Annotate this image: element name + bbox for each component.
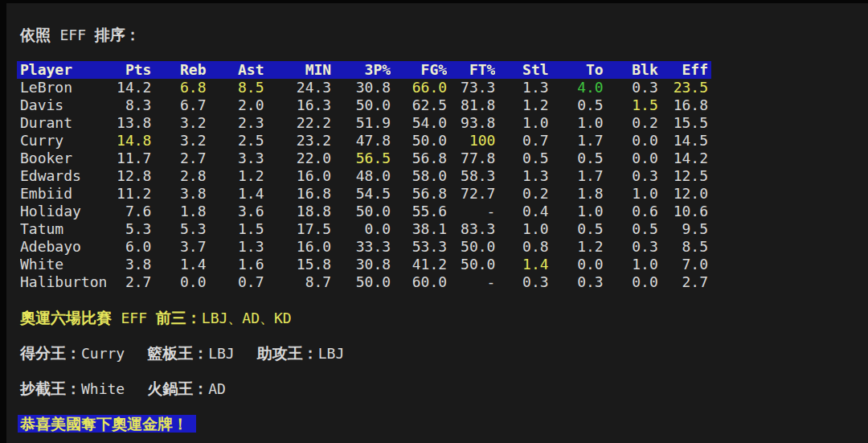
stat-cell: 3.3 bbox=[207, 150, 264, 167]
block-king-name: AD bbox=[208, 380, 226, 397]
stat-cell: 0.0 bbox=[151, 273, 206, 291]
steal-king: 抄截王：White bbox=[20, 380, 125, 397]
stat-cell: 22.0 bbox=[264, 150, 332, 167]
stat-cell: 73.3 bbox=[447, 79, 495, 96]
stat-cell: 1.2 bbox=[495, 96, 548, 114]
stat-cell: 9.5 bbox=[658, 220, 708, 238]
stat-cell: 1.7 bbox=[549, 167, 604, 185]
stat-cell: 1.8 bbox=[151, 203, 206, 220]
stat-cell: 0.2 bbox=[495, 185, 548, 203]
stat-cell: 16.3 bbox=[264, 96, 332, 114]
table-row: Durant13.83.22.322.251.954.093.81.01.00.… bbox=[20, 114, 708, 132]
stat-cell: 4.0 bbox=[549, 79, 604, 96]
stats-table: PlayerPtsRebAstMIN3P%FG%FT%StlToBlkEffLe… bbox=[20, 61, 868, 291]
stat-cell: 18.8 bbox=[264, 203, 332, 220]
stat-cell: 3.8 bbox=[106, 256, 151, 273]
stat-cell: 56.5 bbox=[331, 150, 391, 167]
stat-cell: 0.5 bbox=[495, 150, 548, 167]
stat-cell: 16.0 bbox=[264, 238, 332, 256]
top3-player-names: LBJ、AD、KD bbox=[202, 310, 292, 326]
assist-king-label: 助攻王： bbox=[257, 344, 318, 362]
stat-cell: 22.2 bbox=[264, 114, 332, 132]
stat-cell: 1.8 bbox=[549, 185, 604, 203]
stat-cell: 30.8 bbox=[331, 256, 391, 273]
stat-cell: 0.5 bbox=[604, 220, 658, 238]
intro-text-post: 排序： bbox=[95, 26, 141, 43]
table-row: White3.81.41.615.830.841.250.01.40.01.07… bbox=[20, 256, 708, 273]
stat-cell: 17.5 bbox=[264, 220, 332, 238]
stat-cell: 16.0 bbox=[264, 167, 332, 185]
stat-cell: 6.0 bbox=[106, 238, 151, 256]
column-header: Ast bbox=[207, 61, 264, 79]
stat-cell: 0.0 bbox=[604, 273, 658, 291]
gold-medal-line: 恭喜美國奪下奧運金牌！ bbox=[20, 415, 868, 433]
table-row: Adebayo6.03.71.316.033.353.350.00.81.20.… bbox=[20, 238, 708, 256]
stat-cell: 60.0 bbox=[391, 273, 447, 291]
column-header: Stl bbox=[495, 61, 548, 79]
table-row: Holiday7.61.83.618.850.055.6-0.41.00.610… bbox=[20, 203, 708, 220]
top3-text-cjk1: 奧運六場比賽 bbox=[20, 309, 121, 326]
table-header-row: PlayerPtsRebAstMIN3P%FG%FT%StlToBlkEff bbox=[17, 61, 711, 79]
stat-cell: 53.3 bbox=[391, 238, 447, 256]
stat-cell: 0.0 bbox=[331, 220, 391, 238]
stat-cell: 93.8 bbox=[447, 114, 495, 132]
scoring-king-name: Curry bbox=[81, 345, 125, 362]
kings-line-2: 抄截王：White火鍋王：AD bbox=[20, 379, 868, 397]
rebound-king-label: 籃板王： bbox=[147, 344, 208, 362]
stat-cell: 58.0 bbox=[391, 167, 447, 185]
player-name: LeBron bbox=[20, 79, 106, 96]
stat-cell: 0.3 bbox=[549, 273, 604, 291]
stat-cell: 3.8 bbox=[151, 185, 206, 203]
gold-medal-banner: 恭喜美國奪下奧運金牌！ bbox=[18, 415, 196, 433]
stat-cell: 72.7 bbox=[447, 185, 495, 203]
stat-cell: 2.7 bbox=[151, 150, 206, 167]
steal-king-name: White bbox=[81, 380, 125, 397]
table-row: Edwards12.82.81.216.048.058.058.31.31.70… bbox=[20, 167, 708, 185]
blank-line bbox=[20, 326, 868, 344]
stat-cell: 16.8 bbox=[264, 185, 332, 203]
table-row: LeBron14.26.88.524.330.866.073.31.34.00.… bbox=[20, 79, 708, 96]
stat-cell: 81.8 bbox=[447, 96, 495, 114]
rebound-king: 籃板王：LBJ bbox=[147, 345, 235, 362]
stat-cell: 1.0 bbox=[495, 220, 548, 238]
stat-cell: 2.0 bbox=[207, 96, 264, 114]
stat-cell: 0.5 bbox=[549, 220, 604, 238]
stat-cell: 50.0 bbox=[447, 256, 495, 273]
stat-cell: 8.5 bbox=[658, 238, 708, 256]
stat-cell: 55.6 bbox=[391, 203, 447, 220]
player-name: Embiid bbox=[20, 185, 106, 203]
stat-cell: 0.7 bbox=[207, 273, 264, 291]
column-header: FG% bbox=[391, 61, 447, 79]
stat-cell: 14.2 bbox=[106, 79, 151, 96]
stat-cell: 0.0 bbox=[604, 150, 658, 167]
stat-cell: 56.8 bbox=[391, 150, 447, 167]
player-name: Adebayo bbox=[20, 238, 106, 256]
stat-cell: 3.2 bbox=[151, 132, 206, 150]
stat-cell: 1.2 bbox=[207, 167, 264, 185]
stat-cell: 50.0 bbox=[331, 273, 391, 291]
player-name: Edwards bbox=[20, 167, 106, 185]
stat-cell: 7.6 bbox=[106, 203, 151, 220]
stat-cell: 0.7 bbox=[495, 132, 548, 150]
stat-cell: 0.3 bbox=[604, 79, 658, 96]
column-header: 3P% bbox=[331, 61, 391, 79]
stat-cell: 8.7 bbox=[264, 273, 332, 291]
table-row: Davis8.36.72.016.350.062.581.81.20.51.51… bbox=[20, 96, 708, 114]
stat-cell: 50.0 bbox=[447, 238, 495, 256]
stat-cell: 2.7 bbox=[658, 273, 708, 291]
blank-line bbox=[20, 362, 868, 379]
stat-cell: 0.3 bbox=[495, 273, 548, 291]
column-header: To bbox=[549, 61, 604, 79]
stat-cell: 2.5 bbox=[207, 132, 264, 150]
intro-text-pre: 依照 bbox=[20, 26, 59, 43]
block-king: 火鍋王：AD bbox=[147, 380, 226, 397]
stat-cell: 2.8 bbox=[151, 167, 206, 185]
stat-cell: 48.0 bbox=[331, 167, 391, 185]
stat-cell: 14.2 bbox=[658, 150, 708, 167]
stat-cell: 6.8 bbox=[151, 79, 206, 96]
stat-cell: 66.0 bbox=[391, 79, 447, 96]
stat-cell: 11.7 bbox=[106, 150, 151, 167]
assist-king-name: LBJ bbox=[318, 345, 345, 362]
stat-cell: 3.6 bbox=[207, 203, 264, 220]
table-row: Haliburton2.70.00.78.750.060.0-0.30.30.0… bbox=[20, 273, 708, 291]
